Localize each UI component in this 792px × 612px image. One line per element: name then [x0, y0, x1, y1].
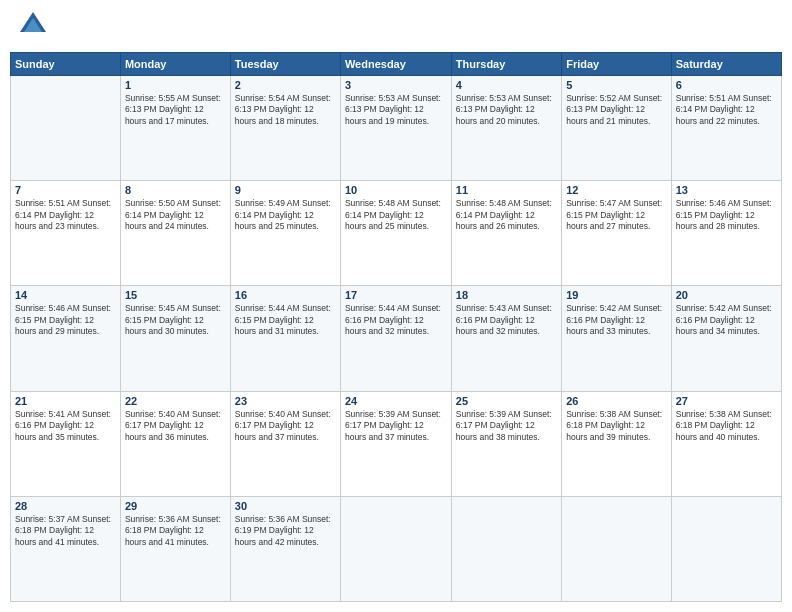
day-cell: 16Sunrise: 5:44 AM Sunset: 6:15 PM Dayli… [230, 286, 340, 391]
col-thursday: Thursday [451, 53, 561, 76]
day-cell: 26Sunrise: 5:38 AM Sunset: 6:18 PM Dayli… [562, 391, 672, 496]
day-info: Sunrise: 5:42 AM Sunset: 6:16 PM Dayligh… [676, 303, 777, 337]
day-number: 5 [566, 79, 667, 91]
col-sunday: Sunday [11, 53, 121, 76]
day-cell: 9Sunrise: 5:49 AM Sunset: 6:14 PM Daylig… [230, 181, 340, 286]
day-cell: 22Sunrise: 5:40 AM Sunset: 6:17 PM Dayli… [120, 391, 230, 496]
day-number: 4 [456, 79, 557, 91]
day-number: 21 [15, 395, 116, 407]
week-row-3: 14Sunrise: 5:46 AM Sunset: 6:15 PM Dayli… [11, 286, 782, 391]
col-tuesday: Tuesday [230, 53, 340, 76]
week-row-1: 1Sunrise: 5:55 AM Sunset: 6:13 PM Daylig… [11, 76, 782, 181]
day-info: Sunrise: 5:39 AM Sunset: 6:17 PM Dayligh… [456, 409, 557, 443]
day-cell: 20Sunrise: 5:42 AM Sunset: 6:16 PM Dayli… [671, 286, 781, 391]
day-cell: 5Sunrise: 5:52 AM Sunset: 6:13 PM Daylig… [562, 76, 672, 181]
day-info: Sunrise: 5:45 AM Sunset: 6:15 PM Dayligh… [125, 303, 226, 337]
week-row-4: 21Sunrise: 5:41 AM Sunset: 6:16 PM Dayli… [11, 391, 782, 496]
day-info: Sunrise: 5:54 AM Sunset: 6:13 PM Dayligh… [235, 93, 336, 127]
day-cell: 13Sunrise: 5:46 AM Sunset: 6:15 PM Dayli… [671, 181, 781, 286]
day-number: 28 [15, 500, 116, 512]
header-row: Sunday Monday Tuesday Wednesday Thursday… [11, 53, 782, 76]
day-cell: 24Sunrise: 5:39 AM Sunset: 6:17 PM Dayli… [340, 391, 451, 496]
day-cell: 28Sunrise: 5:37 AM Sunset: 6:18 PM Dayli… [11, 496, 121, 601]
day-number: 7 [15, 184, 116, 196]
day-info: Sunrise: 5:40 AM Sunset: 6:17 PM Dayligh… [125, 409, 226, 443]
day-info: Sunrise: 5:48 AM Sunset: 6:14 PM Dayligh… [456, 198, 557, 232]
day-cell: 4Sunrise: 5:53 AM Sunset: 6:13 PM Daylig… [451, 76, 561, 181]
day-number: 12 [566, 184, 667, 196]
day-cell: 11Sunrise: 5:48 AM Sunset: 6:14 PM Dayli… [451, 181, 561, 286]
day-info: Sunrise: 5:55 AM Sunset: 6:13 PM Dayligh… [125, 93, 226, 127]
day-cell: 21Sunrise: 5:41 AM Sunset: 6:16 PM Dayli… [11, 391, 121, 496]
day-cell [340, 496, 451, 601]
day-number: 1 [125, 79, 226, 91]
day-info: Sunrise: 5:44 AM Sunset: 6:15 PM Dayligh… [235, 303, 336, 337]
day-info: Sunrise: 5:49 AM Sunset: 6:14 PM Dayligh… [235, 198, 336, 232]
day-info: Sunrise: 5:42 AM Sunset: 6:16 PM Dayligh… [566, 303, 667, 337]
day-info: Sunrise: 5:51 AM Sunset: 6:14 PM Dayligh… [676, 93, 777, 127]
logo [14, 10, 48, 44]
day-number: 15 [125, 289, 226, 301]
col-friday: Friday [562, 53, 672, 76]
day-number: 9 [235, 184, 336, 196]
day-cell: 1Sunrise: 5:55 AM Sunset: 6:13 PM Daylig… [120, 76, 230, 181]
day-cell: 3Sunrise: 5:53 AM Sunset: 6:13 PM Daylig… [340, 76, 451, 181]
day-number: 16 [235, 289, 336, 301]
day-cell: 25Sunrise: 5:39 AM Sunset: 6:17 PM Dayli… [451, 391, 561, 496]
col-wednesday: Wednesday [340, 53, 451, 76]
day-number: 14 [15, 289, 116, 301]
day-number: 19 [566, 289, 667, 301]
day-info: Sunrise: 5:48 AM Sunset: 6:14 PM Dayligh… [345, 198, 447, 232]
day-cell: 6Sunrise: 5:51 AM Sunset: 6:14 PM Daylig… [671, 76, 781, 181]
day-number: 10 [345, 184, 447, 196]
col-saturday: Saturday [671, 53, 781, 76]
day-cell: 7Sunrise: 5:51 AM Sunset: 6:14 PM Daylig… [11, 181, 121, 286]
logo-icon [18, 10, 48, 44]
day-cell [451, 496, 561, 601]
day-info: Sunrise: 5:53 AM Sunset: 6:13 PM Dayligh… [345, 93, 447, 127]
day-number: 3 [345, 79, 447, 91]
day-number: 2 [235, 79, 336, 91]
day-number: 8 [125, 184, 226, 196]
day-cell: 12Sunrise: 5:47 AM Sunset: 6:15 PM Dayli… [562, 181, 672, 286]
day-cell: 30Sunrise: 5:36 AM Sunset: 6:19 PM Dayli… [230, 496, 340, 601]
calendar-page: Sunday Monday Tuesday Wednesday Thursday… [0, 0, 792, 612]
day-info: Sunrise: 5:51 AM Sunset: 6:14 PM Dayligh… [15, 198, 116, 232]
day-number: 18 [456, 289, 557, 301]
col-monday: Monday [120, 53, 230, 76]
day-number: 23 [235, 395, 336, 407]
day-info: Sunrise: 5:52 AM Sunset: 6:13 PM Dayligh… [566, 93, 667, 127]
day-info: Sunrise: 5:47 AM Sunset: 6:15 PM Dayligh… [566, 198, 667, 232]
day-info: Sunrise: 5:37 AM Sunset: 6:18 PM Dayligh… [15, 514, 116, 548]
day-info: Sunrise: 5:38 AM Sunset: 6:18 PM Dayligh… [676, 409, 777, 443]
day-cell [671, 496, 781, 601]
day-cell [562, 496, 672, 601]
day-number: 24 [345, 395, 447, 407]
day-number: 29 [125, 500, 226, 512]
day-info: Sunrise: 5:36 AM Sunset: 6:18 PM Dayligh… [125, 514, 226, 548]
day-info: Sunrise: 5:36 AM Sunset: 6:19 PM Dayligh… [235, 514, 336, 548]
week-row-2: 7Sunrise: 5:51 AM Sunset: 6:14 PM Daylig… [11, 181, 782, 286]
day-number: 30 [235, 500, 336, 512]
day-number: 26 [566, 395, 667, 407]
day-cell: 8Sunrise: 5:50 AM Sunset: 6:14 PM Daylig… [120, 181, 230, 286]
day-cell: 17Sunrise: 5:44 AM Sunset: 6:16 PM Dayli… [340, 286, 451, 391]
week-row-5: 28Sunrise: 5:37 AM Sunset: 6:18 PM Dayli… [11, 496, 782, 601]
day-number: 6 [676, 79, 777, 91]
day-info: Sunrise: 5:44 AM Sunset: 6:16 PM Dayligh… [345, 303, 447, 337]
day-info: Sunrise: 5:53 AM Sunset: 6:13 PM Dayligh… [456, 93, 557, 127]
day-cell: 18Sunrise: 5:43 AM Sunset: 6:16 PM Dayli… [451, 286, 561, 391]
day-cell: 19Sunrise: 5:42 AM Sunset: 6:16 PM Dayli… [562, 286, 672, 391]
day-cell: 10Sunrise: 5:48 AM Sunset: 6:14 PM Dayli… [340, 181, 451, 286]
day-cell: 14Sunrise: 5:46 AM Sunset: 6:15 PM Dayli… [11, 286, 121, 391]
day-info: Sunrise: 5:46 AM Sunset: 6:15 PM Dayligh… [676, 198, 777, 232]
day-number: 25 [456, 395, 557, 407]
day-info: Sunrise: 5:43 AM Sunset: 6:16 PM Dayligh… [456, 303, 557, 337]
day-info: Sunrise: 5:39 AM Sunset: 6:17 PM Dayligh… [345, 409, 447, 443]
day-info: Sunrise: 5:50 AM Sunset: 6:14 PM Dayligh… [125, 198, 226, 232]
day-info: Sunrise: 5:38 AM Sunset: 6:18 PM Dayligh… [566, 409, 667, 443]
day-cell: 27Sunrise: 5:38 AM Sunset: 6:18 PM Dayli… [671, 391, 781, 496]
day-number: 22 [125, 395, 226, 407]
day-cell: 29Sunrise: 5:36 AM Sunset: 6:18 PM Dayli… [120, 496, 230, 601]
day-cell: 23Sunrise: 5:40 AM Sunset: 6:17 PM Dayli… [230, 391, 340, 496]
